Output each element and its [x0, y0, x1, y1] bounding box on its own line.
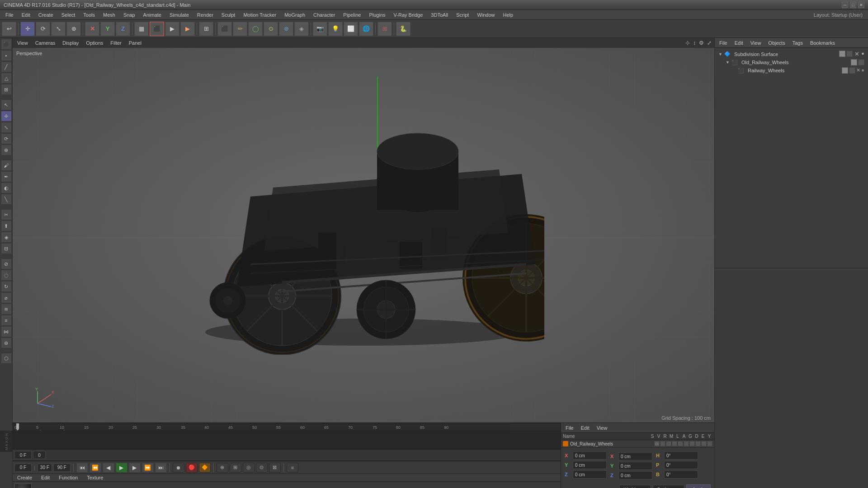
mat-texture-menu[interactable]: Texture: [84, 474, 106, 481]
prev-key-button[interactable]: ⏪: [90, 463, 101, 473]
tree-render-btn-1[interactable]: [846, 51, 853, 57]
tool-object-mode[interactable]: ⬛: [1, 39, 12, 50]
menu-edit[interactable]: Edit: [18, 11, 34, 19]
tool-inflate[interactable]: ⊛: [1, 338, 12, 348]
motion-btn[interactable]: ⊞: [230, 463, 241, 473]
start-frame-input[interactable]: [14, 464, 32, 472]
transform-button[interactable]: ⊕: [66, 22, 81, 36]
filter-btn[interactable]: ▦: [134, 22, 149, 36]
rp-view-menu[interactable]: View: [748, 39, 764, 47]
key-type-btn[interactable]: 🔶: [199, 463, 211, 473]
prop-row-1[interactable]: Old_Railway_Wheels □: [561, 440, 714, 448]
close-button[interactable]: ✕: [858, 2, 864, 8]
vp-maximize-icon[interactable]: ⊹: [684, 40, 691, 46]
transform-mode-select[interactable]: Scale Move Rotate: [653, 485, 684, 488]
tool-pen[interactable]: ✒: [1, 171, 12, 182]
python-btn[interactable]: 🐍: [396, 22, 410, 36]
mat-function-menu[interactable]: Function: [56, 474, 80, 481]
maximize-button[interactable]: □: [850, 2, 856, 8]
menu-pipeline[interactable]: Pipeline: [340, 11, 364, 19]
light-btn[interactable]: 💡: [328, 22, 343, 36]
arc-rotate-button[interactable]: ⟳: [36, 22, 50, 36]
prop-file-menu[interactable]: File: [563, 424, 576, 432]
play-button[interactable]: ▶: [116, 463, 127, 473]
menu-help[interactable]: Help: [500, 11, 517, 19]
menu-create[interactable]: Create: [35, 11, 57, 19]
vp-pan-icon[interactable]: ↕: [692, 40, 697, 46]
tool-uv-mode[interactable]: ⊞: [1, 84, 12, 95]
tree-visible-btn-3[interactable]: [842, 67, 848, 74]
menu-motion-tracker[interactable]: Motion Tracker: [240, 11, 280, 19]
motion2-btn[interactable]: ◎: [243, 463, 255, 473]
y-axis-btn[interactable]: Y: [100, 22, 115, 36]
tree-dot-3[interactable]: ●: [861, 67, 864, 74]
material-swatch-1[interactable]: railw: [14, 483, 32, 488]
tool-flatten[interactable]: ≡: [1, 315, 12, 326]
menu-sculpt[interactable]: Sculpt: [218, 11, 239, 19]
mat-create-menu[interactable]: Create: [14, 474, 35, 481]
apply-button[interactable]: Apply: [686, 484, 711, 488]
z-axis-btn[interactable]: Z: [116, 22, 130, 36]
vp-cameras-menu[interactable]: Cameras: [33, 39, 58, 47]
morph-btn[interactable]: ⊙: [256, 463, 268, 473]
prop-ctrl-y[interactable]: [707, 441, 712, 446]
tool-extrude[interactable]: ⬆: [1, 221, 12, 231]
tool-knife[interactable]: ✂: [1, 209, 12, 220]
go-end-button[interactable]: ⏭: [155, 463, 167, 473]
tool-paint[interactable]: ◐: [1, 183, 12, 193]
tool-brush[interactable]: 🖌: [1, 160, 12, 171]
move-tool-button[interactable]: ✛: [20, 22, 35, 36]
next-frame-button[interactable]: ▶: [129, 463, 141, 473]
tree-render-btn-3[interactable]: [849, 67, 855, 74]
cube-btn[interactable]: ⬛: [217, 22, 232, 36]
render-region-btn[interactable]: ⬛: [150, 22, 164, 36]
tree-item-railway-wheels[interactable]: ▶ ⬛ Railway_Wheels ✕ ●: [717, 66, 866, 75]
record-mode-btn[interactable]: ⏺: [173, 463, 184, 473]
prev-frame-button[interactable]: ◀: [103, 463, 114, 473]
render-btn[interactable]: ▶: [180, 22, 195, 36]
menu-character[interactable]: Character: [310, 11, 339, 19]
prop-edit-menu[interactable]: Edit: [578, 424, 592, 432]
tree-dot-1[interactable]: ●: [861, 51, 864, 57]
menu-file[interactable]: File: [2, 11, 17, 19]
current-frame-input[interactable]: [14, 451, 32, 459]
viewport-canvas[interactable]: X Y Z Grid Spacing : 100 cm: [13, 38, 714, 422]
menu-snap[interactable]: Snap: [120, 11, 139, 19]
prop-ctrl-e[interactable]: [701, 441, 707, 446]
size-x-input[interactable]: [618, 452, 652, 460]
tool-smear[interactable]: ≋: [1, 304, 12, 314]
secondary-frame-input[interactable]: [33, 451, 46, 459]
vp-settings-icon[interactable]: ⚙: [698, 40, 705, 46]
vp-fullscreen-icon[interactable]: ⤢: [706, 40, 712, 46]
next-key-button[interactable]: ⏩: [142, 463, 154, 473]
tree-render-btn-2[interactable]: [858, 59, 864, 66]
tool-pinch[interactable]: ⋈: [1, 326, 12, 337]
menu-tools[interactable]: Tools: [80, 11, 99, 19]
tool-bridge[interactable]: ⊟: [1, 243, 12, 254]
tool-select[interactable]: ↖: [1, 99, 12, 110]
tree-check-1[interactable]: ✕: [854, 51, 859, 57]
auto-key-btn[interactable]: 🔴: [186, 463, 198, 473]
prop-ctrl-m[interactable]: [672, 441, 677, 446]
vp-filter-menu[interactable]: Filter: [108, 39, 124, 47]
size-z-input[interactable]: [618, 471, 652, 479]
tool-scale[interactable]: ⤡: [1, 122, 12, 133]
menu-mesh[interactable]: Mesh: [99, 11, 119, 19]
menu-window[interactable]: Window: [473, 11, 498, 19]
timeline-tracks[interactable]: [13, 431, 561, 449]
tree-visible-btn-1[interactable]: [839, 51, 845, 57]
menu-3dtoall[interactable]: 3DToAll: [427, 11, 452, 19]
x-axis-btn[interactable]: ✕: [85, 22, 99, 36]
menu-plugins[interactable]: Plugins: [365, 11, 389, 19]
size-y-input[interactable]: [618, 462, 652, 470]
scale-button[interactable]: ⤡: [51, 22, 66, 36]
timeline-mode-btn[interactable]: ≡: [287, 463, 298, 473]
viewport[interactable]: View Cameras Display Options Filter Pane…: [13, 38, 714, 422]
rot-p-input[interactable]: [664, 461, 698, 469]
prop-ctrl-g[interactable]: [689, 441, 695, 446]
menu-animate[interactable]: Animate: [140, 11, 165, 19]
prop-ctrl-r[interactable]: [666, 441, 671, 446]
vp-options-menu[interactable]: Options: [83, 39, 106, 47]
tree-item-subdivision[interactable]: ▼ 🔷 Subdivision Surface ✕ ●: [717, 50, 866, 58]
prop-ctrl-a[interactable]: [684, 441, 689, 446]
